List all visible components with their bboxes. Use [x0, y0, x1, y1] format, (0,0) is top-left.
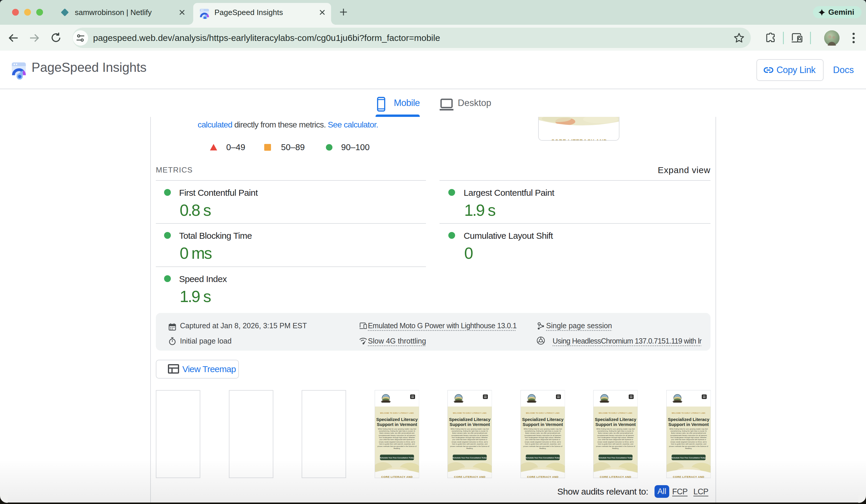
svg-text:CORE LITERACY AND: CORE LITERACY AND	[551, 138, 607, 140]
